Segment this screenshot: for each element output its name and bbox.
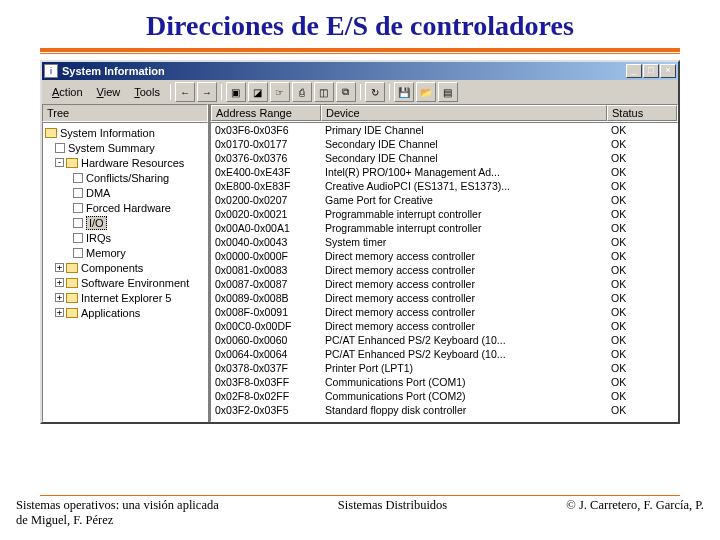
- tree-node[interactable]: Conflicts/Sharing: [43, 170, 207, 185]
- table-row[interactable]: 0x0064-0x0064PC/AT Enhanced PS/2 Keyboar…: [211, 347, 677, 361]
- cell-device: Primary IDE Channel: [321, 123, 607, 137]
- tree-node[interactable]: +Internet Explorer 5: [43, 290, 207, 305]
- tree-node[interactable]: +Software Environment: [43, 275, 207, 290]
- tree-node[interactable]: -Hardware Resources: [43, 155, 207, 170]
- table-row[interactable]: 0x008F-0x0091Direct memory access contro…: [211, 305, 677, 319]
- expand-icon[interactable]: +: [55, 293, 64, 302]
- table-row[interactable]: 0x0020-0x0021Programmable interrupt cont…: [211, 207, 677, 221]
- toolbar-icon[interactable]: ◫: [314, 82, 334, 102]
- table-row[interactable]: 0x00C0-0x00DFDirect memory access contro…: [211, 319, 677, 333]
- table-row[interactable]: 0x0376-0x0376Secondary IDE ChannelOK: [211, 151, 677, 165]
- cell-device: Secondary IDE Channel: [321, 137, 607, 151]
- save-icon[interactable]: 💾: [394, 82, 414, 102]
- minimize-button[interactable]: _: [626, 64, 642, 78]
- cell-status: OK: [607, 207, 677, 221]
- table-row[interactable]: 0x03F6-0x03F6Primary IDE ChannelOK: [211, 123, 677, 137]
- page-icon: [55, 143, 65, 153]
- cell-address: 0x0064-0x0064: [211, 347, 321, 361]
- tree-node[interactable]: IRQs: [43, 230, 207, 245]
- table-row[interactable]: 0x0200-0x0207Game Port for CreativeOK: [211, 193, 677, 207]
- cell-address: 0x03F6-0x03F6: [211, 123, 321, 137]
- cell-status: OK: [607, 179, 677, 193]
- tree-node[interactable]: DMA: [43, 185, 207, 200]
- cell-address: 0x0170-0x0177: [211, 137, 321, 151]
- table-row[interactable]: 0xE800-0xE83FCreative AudioPCI (ES1371, …: [211, 179, 677, 193]
- cell-address: 0x0040-0x0043: [211, 235, 321, 249]
- cell-status: OK: [607, 319, 677, 333]
- cell-status: OK: [607, 305, 677, 319]
- menu-action[interactable]: Action: [46, 85, 89, 99]
- cell-device: Direct memory access controller: [321, 305, 607, 319]
- close-button[interactable]: ×: [660, 64, 676, 78]
- table-row[interactable]: 0x03F2-0x03F5Standard floppy disk contro…: [211, 403, 677, 417]
- tree-node[interactable]: Memory: [43, 245, 207, 260]
- table-row[interactable]: 0x0378-0x037FPrinter Port (LPT1)OK: [211, 361, 677, 375]
- cell-status: OK: [607, 291, 677, 305]
- tree-root[interactable]: System Information: [43, 125, 207, 140]
- collapse-icon[interactable]: -: [55, 158, 64, 167]
- table-row[interactable]: 0xE400-0xE43FIntel(R) PRO/100+ Managemen…: [211, 165, 677, 179]
- menu-tools[interactable]: Tools: [128, 85, 166, 99]
- toolbar-separator: [389, 84, 390, 100]
- system-info-window: i System Information _ □ × Action View T…: [40, 60, 680, 424]
- cell-device: Programmable interrupt controller: [321, 207, 607, 221]
- cell-device: Direct memory access controller: [321, 319, 607, 333]
- tree-node[interactable]: System Summary: [43, 140, 207, 155]
- cell-address: 0x0089-0x008B: [211, 291, 321, 305]
- cell-address: 0x0020-0x0021: [211, 207, 321, 221]
- open-icon[interactable]: 📂: [416, 82, 436, 102]
- cell-address: 0x03F2-0x03F5: [211, 403, 321, 417]
- tree-node[interactable]: +Components: [43, 260, 207, 275]
- menu-view[interactable]: View: [91, 85, 127, 99]
- toolbar-icon[interactable]: ⧉: [336, 82, 356, 102]
- back-button[interactable]: ←: [175, 82, 195, 102]
- tree-node[interactable]: Forced Hardware: [43, 200, 207, 215]
- table-row[interactable]: 0x03F8-0x03FFCommunications Port (COM1)O…: [211, 375, 677, 389]
- cell-address: 0x0378-0x037F: [211, 361, 321, 375]
- folder-icon: [66, 263, 78, 273]
- print-icon[interactable]: ⎙: [292, 82, 312, 102]
- rule-top-thin: [40, 53, 680, 54]
- expand-icon[interactable]: +: [55, 263, 64, 272]
- table-row[interactable]: 0x0087-0x0087Direct memory access contro…: [211, 277, 677, 291]
- toolbar-icon[interactable]: ◪: [248, 82, 268, 102]
- table-row[interactable]: 0x02F8-0x02FFCommunications Port (COM2)O…: [211, 389, 677, 403]
- cell-address: 0x0060-0x0060: [211, 333, 321, 347]
- table-row[interactable]: 0x0000-0x000FDirect memory access contro…: [211, 249, 677, 263]
- toolbar-icon[interactable]: ▣: [226, 82, 246, 102]
- cell-address: 0x0081-0x0083: [211, 263, 321, 277]
- maximize-button[interactable]: □: [643, 64, 659, 78]
- cell-device: Communications Port (COM1): [321, 375, 607, 389]
- tree-node[interactable]: +Applications: [43, 305, 207, 320]
- column-headers: Address Range Device Status: [210, 104, 678, 122]
- expand-icon[interactable]: +: [55, 278, 64, 287]
- cell-status: OK: [607, 235, 677, 249]
- tree-view[interactable]: System Information System Summary -Hardw…: [42, 122, 208, 422]
- page-icon: [73, 233, 83, 243]
- table-row[interactable]: 0x0170-0x0177Secondary IDE ChannelOK: [211, 137, 677, 151]
- expand-icon[interactable]: +: [55, 308, 64, 317]
- properties-icon[interactable]: ☞: [270, 82, 290, 102]
- toolbar-separator: [170, 84, 171, 100]
- cell-address: 0x02F8-0x02FF: [211, 389, 321, 403]
- table-row[interactable]: 0x0081-0x0083Direct memory access contro…: [211, 263, 677, 277]
- toolbar-icon[interactable]: ▤: [438, 82, 458, 102]
- table-row[interactable]: 0x0089-0x008BDirect memory access contro…: [211, 291, 677, 305]
- forward-button[interactable]: →: [197, 82, 217, 102]
- cell-device: PC/AT Enhanced PS/2 Keyboard (10...: [321, 333, 607, 347]
- cell-address: 0x0000-0x000F: [211, 249, 321, 263]
- table-row[interactable]: 0x00A0-0x00A1Programmable interrupt cont…: [211, 221, 677, 235]
- cell-status: OK: [607, 165, 677, 179]
- col-address[interactable]: Address Range: [211, 105, 321, 121]
- col-device[interactable]: Device: [321, 105, 607, 121]
- cell-device: System timer: [321, 235, 607, 249]
- cell-address: 0xE800-0xE83F: [211, 179, 321, 193]
- tree-header: Tree: [42, 104, 208, 122]
- tree-node-selected[interactable]: I/O: [43, 215, 207, 230]
- table-row[interactable]: 0x0040-0x0043System timerOK: [211, 235, 677, 249]
- table-body[interactable]: 0x03F6-0x03F6Primary IDE ChannelOK0x0170…: [210, 122, 678, 422]
- col-status[interactable]: Status: [607, 105, 677, 121]
- refresh-icon[interactable]: ↻: [365, 82, 385, 102]
- table-row[interactable]: 0x0060-0x0060PC/AT Enhanced PS/2 Keyboar…: [211, 333, 677, 347]
- titlebar[interactable]: i System Information _ □ ×: [42, 62, 678, 80]
